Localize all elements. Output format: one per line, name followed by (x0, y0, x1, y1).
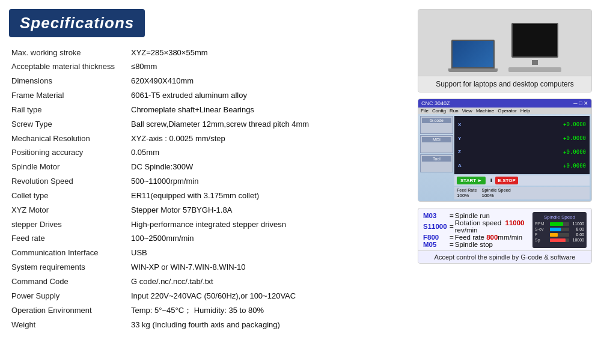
cnc-menubar: File Config Run View Machine Operator He… (418, 108, 591, 114)
cnc-feed-col: Feed Rate 100% (457, 188, 477, 198)
spec-label: Operation Environment (9, 303, 126, 318)
table-row: XYZ MotorStepper Motor 57BYGH-1.8A (9, 203, 409, 217)
spec-value: G code/.nc/.ncc/.tab/.txt (126, 275, 409, 290)
spec-value: Chromeplate shaft+Linear Bearings (126, 103, 409, 117)
spec-label: Rail type (9, 103, 126, 117)
spec-value: USB (126, 246, 409, 261)
spec-label: Revolution Speed (9, 175, 126, 189)
spec-label: Spindle Motor (9, 160, 126, 175)
cnc-coord-value: +0.0000 (563, 163, 586, 169)
table-row: Rail typeChromeplate shaft+Linear Bearin… (9, 103, 409, 117)
spindle-meter-row: RPM 11000 (535, 222, 584, 226)
cnc-winbtns: ─ □ ✕ (573, 100, 588, 106)
cnc-coord-value: +0.0000 (563, 149, 586, 155)
spec-value: 6061-T5 extruded aluminum alloy (126, 89, 409, 103)
spec-label: Feed rate (9, 232, 126, 246)
spindle-left: M03 = Spindle run S11000 = Rotation spee… (423, 212, 529, 248)
spec-value: XYZ-axis : 0.0025 mm/step (126, 132, 409, 146)
table-row: Acceptable material thickness≤80mm (9, 60, 409, 74)
spindle-meter-val: 0.00 (571, 232, 584, 237)
cnc-spindle-col: Spindle Speed 100% (481, 188, 510, 198)
desktop-monitor (511, 23, 558, 58)
cnc-left-col: G-code MDI Tool (420, 116, 453, 199)
cnc-right-area: X+0.0000Y+0.0000Z+0.0000A+0.0000 START ►… (454, 116, 590, 199)
table-row: Command CodeG code/.nc/.ncc/.tab/.txt (9, 275, 409, 290)
spindle-meter-label: S-ov (535, 227, 548, 231)
spec-label: Dimensions (9, 74, 126, 89)
cnc-start-btn[interactable]: START ► (457, 177, 486, 184)
spec-value: High-performance integrated stepper driv… (126, 217, 409, 232)
spindle-meter-fill (550, 233, 558, 237)
laptop-base (448, 68, 498, 72)
spec-value: Temp: 5°~45°C； Humidity: 35 to 80% (126, 303, 409, 318)
spec-value: ER11(equipped with 3.175mm collet) (126, 189, 409, 203)
table-row: Weight33 kg (Including fourth axis and p… (9, 318, 409, 332)
desktop-keyboard (508, 67, 561, 72)
table-row: Power SupplyInput 220V~240VAC (50/60Hz),… (9, 289, 409, 303)
table-row: Feed rate100~2500mm/min (9, 232, 409, 246)
cnc-coords: X+0.0000Y+0.0000Z+0.0000A+0.0000 (454, 116, 590, 174)
spec-value: 0.05mm (126, 146, 409, 160)
cnc-visual: CNC 3040Z ─ □ ✕ File Config Run View Mac… (418, 99, 591, 201)
spec-value: XYZ=285×380×55mm (126, 46, 409, 60)
cnc-coord-axis: A (458, 163, 462, 168)
spec-label: Acceptable material thickness (9, 60, 126, 74)
cnc-feed-area: Feed Rate 100% Spindle Speed 100% (454, 187, 590, 199)
computer-visual (418, 10, 591, 76)
spec-label: Screw Type (9, 117, 126, 132)
spec-value: 100~2500mm/min (126, 232, 409, 246)
spindle-meter-bg (550, 233, 569, 237)
spec-value: ≤80mm (126, 60, 409, 74)
spec-label: stepper Drives (9, 217, 126, 232)
specs-table: Max. working strokeXYZ=285×380×55mmAccep… (9, 46, 409, 332)
cnc-coord-axis: X (458, 122, 461, 127)
cnc-title: CNC 3040Z (421, 100, 450, 106)
spindle-footer: Accept control the spindle by G-code & s… (418, 250, 591, 263)
cnc-panel-tool: Tool (420, 154, 453, 172)
table-row: System requirementsWIN-XP or WIN-7.WIN-8… (9, 261, 409, 275)
spindle-meter-fill (550, 228, 561, 231)
spec-label: Communication Interface (9, 246, 126, 261)
spindle-card: M03 = Spindle run S11000 = Rotation spee… (418, 208, 592, 264)
computer-card: Support for laptops and desktop computer… (418, 9, 592, 93)
spindle-meter-row: S-ov 8.00 (535, 227, 584, 231)
table-row: Operation EnvironmentTemp: 5°~45°C； Humi… (9, 303, 409, 318)
spindle-meter-panel: Spindle Speed RPM 11000 S-ov 8.00 F 0.00… (532, 212, 587, 248)
spec-label: Max. working stroke (9, 46, 126, 60)
spindle-meter-fill (550, 238, 566, 242)
table-row: Communication InterfaceUSB (9, 246, 409, 261)
table-row: Revolution Speed500~11000rpm/min (9, 175, 409, 189)
table-row: Positioning accuracy0.05mm (9, 146, 409, 160)
spec-label: Frame Material (9, 89, 126, 103)
spindle-meter-bg (550, 238, 569, 242)
cnc-coord-row: Z+0.0000 (458, 149, 586, 155)
spec-label: Collet type (9, 189, 126, 203)
table-row: Screw TypeBall screw,Diameter 12mm,screw… (9, 117, 409, 132)
spec-value: 33 kg (Including fourth axis and packagi… (126, 318, 409, 332)
cnc-panel-gcode: G-code (420, 116, 453, 134)
spindle-meters: RPM 11000 S-ov 8.00 F 0.00 Sp 10000 (535, 222, 584, 242)
cnc-estop-btn[interactable]: E-STOP (495, 177, 518, 184)
cnc-coord-row: Y+0.0000 (458, 135, 586, 141)
cnc-coord-row: A+0.0000 (458, 163, 586, 169)
spindle-meter-label: F (535, 232, 548, 237)
spec-value: Stepper Motor 57BYGH-1.8A (126, 203, 409, 217)
cnc-content: G-code MDI Tool X+0.0000Y+0.0000Z+0.0000… (418, 114, 591, 201)
spindle-meter-fill (550, 222, 563, 226)
spec-label: Power Supply (9, 289, 126, 303)
spindle-meter-label: Sp (535, 238, 548, 242)
table-row: Collet typeER11(equipped with 3.175mm co… (9, 189, 409, 203)
spec-label: Positioning accuracy (9, 146, 126, 160)
table-row: Frame Material6061-T5 extruded aluminum … (9, 89, 409, 103)
spindle-meter-val: 11000 (571, 222, 584, 226)
desktop-image (508, 23, 561, 72)
cnc-coord-axis: Z (458, 149, 461, 154)
right-panel: Support for laptops and desktop computer… (418, 9, 592, 355)
spec-label: System requirements (9, 261, 126, 275)
spindle-meter-bg (550, 228, 569, 231)
spec-value: 620X490X410mm (126, 74, 409, 89)
cnc-coord-value: +0.0000 (563, 121, 586, 127)
laptop-screen (451, 40, 495, 68)
spec-value: 500~11000rpm/min (126, 175, 409, 189)
cnc-titlebar: CNC 3040Z ─ □ ✕ (418, 99, 591, 108)
